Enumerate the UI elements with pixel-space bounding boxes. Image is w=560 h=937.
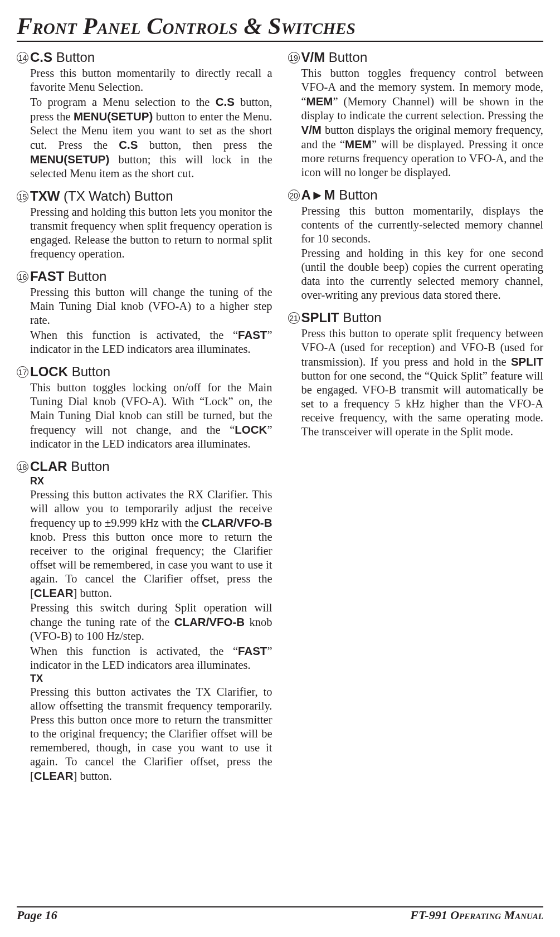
control-item: 14C.S ButtonPress this button momentaril… xyxy=(17,50,272,181)
item-number: 15 xyxy=(17,191,28,202)
paragraph: Pressing and holding in this key for one… xyxy=(301,246,544,302)
item-number: 14 xyxy=(17,52,28,64)
item-body: Pressing this button will change the tun… xyxy=(17,285,272,356)
item-title: A►M Button xyxy=(301,187,378,203)
footer-manual: FT-991 Operating Manual xyxy=(410,908,543,923)
item-number: 19 xyxy=(288,52,300,64)
item-title: CLAR Button xyxy=(30,459,110,474)
control-item: 19V/M ButtonThis button toggles frequenc… xyxy=(288,50,544,179)
item-heading: 21SPLIT Button xyxy=(288,310,544,326)
item-body: Pressing and holding this button lets yo… xyxy=(17,205,272,261)
item-number: 16 xyxy=(17,271,28,283)
item-heading: 19V/M Button xyxy=(288,50,544,65)
item-heading: 17LOCK Button xyxy=(17,364,272,380)
paragraph: Pressing this button activates the RX Cl… xyxy=(30,488,272,600)
item-number: 17 xyxy=(17,366,28,378)
paragraph: This button toggles frequency control be… xyxy=(301,66,544,179)
subsection-label: RX xyxy=(30,475,272,488)
item-title: V/M Button xyxy=(301,50,368,65)
paragraph: Pressing this button momentarily, displa… xyxy=(301,204,544,246)
control-item: 21SPLIT ButtonPress this button to opera… xyxy=(288,310,544,439)
item-title: TXW (TX Watch) Button xyxy=(30,188,173,204)
item-body: Press this button to operate split frequ… xyxy=(288,327,544,439)
paragraph: Press this button to operate split frequ… xyxy=(301,327,544,439)
paragraph: When this function is activated, the “FA… xyxy=(30,644,272,672)
right-column: 19V/M ButtonThis button toggles frequenc… xyxy=(288,50,544,791)
item-heading: 18CLAR Button xyxy=(17,459,272,474)
control-item: 17LOCK ButtonThis button toggles locking… xyxy=(17,364,272,451)
paragraph: Pressing this switch during Split operat… xyxy=(30,601,272,643)
item-number: 20 xyxy=(288,190,300,201)
control-item: 20A►M ButtonPressing this button momenta… xyxy=(288,187,544,302)
content-columns: 14C.S ButtonPress this button momentaril… xyxy=(17,50,543,791)
item-title: FAST Button xyxy=(30,269,106,284)
paragraph: This button toggles locking on/off for t… xyxy=(30,381,272,451)
footer-page: Page 16 xyxy=(17,908,57,923)
item-heading: 14C.S Button xyxy=(17,50,272,65)
item-number: 21 xyxy=(288,312,300,324)
left-column: 14C.S ButtonPress this button momentaril… xyxy=(17,50,272,791)
item-heading: 15TXW (TX Watch) Button xyxy=(17,188,272,204)
item-title: SPLIT Button xyxy=(301,310,382,326)
paragraph: Pressing this button activates the TX Cl… xyxy=(30,685,272,783)
page-title: Front Panel Controls & Switches xyxy=(17,13,543,42)
paragraph: Press this button momentarily to directl… xyxy=(30,66,272,94)
paragraph: Pressing this button will change the tun… xyxy=(30,285,272,327)
control-item: 15TXW (TX Watch) ButtonPressing and hold… xyxy=(17,188,272,261)
item-title: LOCK Button xyxy=(30,364,110,380)
item-body: Pressing this button momentarily, displa… xyxy=(288,204,544,302)
control-item: 16FAST ButtonPressing this button will c… xyxy=(17,269,272,356)
item-number: 18 xyxy=(17,461,28,473)
footer: Page 16 FT-991 Operating Manual xyxy=(17,906,543,923)
item-body: RXPressing this button activates the RX … xyxy=(17,475,272,783)
item-title: C.S Button xyxy=(30,50,95,65)
paragraph: When this function is activated, the “FA… xyxy=(30,328,272,356)
item-body: Press this button momentarily to directl… xyxy=(17,66,272,181)
control-item: 18CLAR ButtonRXPressing this button acti… xyxy=(17,459,272,783)
paragraph: Pressing and holding this button lets yo… xyxy=(30,205,272,261)
item-body: This button toggles locking on/off for t… xyxy=(17,381,272,451)
item-body: This button toggles frequency control be… xyxy=(288,66,544,179)
item-heading: 20A►M Button xyxy=(288,187,544,203)
paragraph: To program a Menu selection to the C.S b… xyxy=(30,95,272,181)
item-heading: 16FAST Button xyxy=(17,269,272,284)
subsection-label: TX xyxy=(30,673,272,685)
